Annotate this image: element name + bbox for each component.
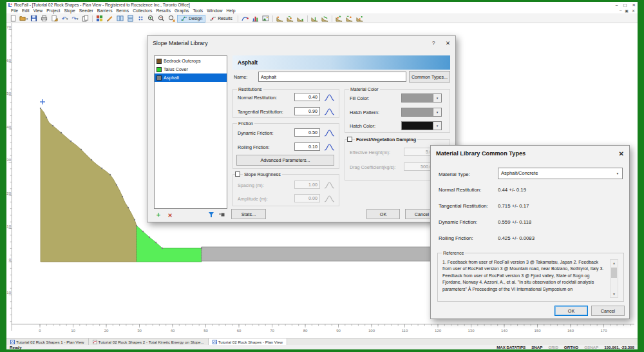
menu-help[interactable]: Help — [224, 8, 237, 13]
tab-plan-view-active[interactable]: Tutorial 02 Rock Shapes - Plan View — [209, 338, 287, 345]
normal-distribution-icon[interactable] — [324, 142, 335, 151]
arrange-icons-icon[interactable] — [136, 14, 146, 23]
dialog-title-bar[interactable]: Material Library Common Types ✕ — [431, 146, 629, 161]
rockfall-barrier-icon[interactable] — [310, 14, 319, 23]
ok-button[interactable]: OK — [366, 209, 400, 219]
rockfall-stats-icon[interactable] — [355, 14, 365, 23]
menu-project[interactable]: Project — [44, 8, 62, 13]
menu-barriers[interactable]: Barriers — [95, 8, 115, 13]
close-icon[interactable]: ✕ — [446, 40, 450, 46]
list-item-talus[interactable]: Talus Cover — [155, 65, 227, 73]
filter-icon[interactable] — [207, 211, 216, 219]
normal-distribution-icon-disabled[interactable] — [324, 181, 335, 189]
close-icon[interactable]: ✕ — [632, 3, 636, 8]
tangential-restitution-input[interactable]: 0.90 — [294, 107, 320, 115]
menu-berms[interactable]: Berms — [115, 8, 131, 13]
material-editor-icon[interactable] — [95, 14, 104, 23]
menu-view[interactable]: View — [32, 8, 45, 13]
dialog-title-bar[interactable]: Slope Material Library ? ✕ — [147, 36, 455, 50]
zoom-out-icon[interactable] — [156, 14, 166, 23]
open-file-icon[interactable]: ▾ — [19, 14, 28, 23]
material-list[interactable]: Bedrock Outcrops Talus Cover Asphalt — [154, 55, 227, 209]
close-icon[interactable]: ✕ — [619, 150, 624, 157]
edit-slope-icon[interactable] — [105, 14, 115, 23]
cancel-button[interactable]: Cancel — [591, 306, 625, 316]
hatch-pattern-dropdown[interactable]: ▾ — [401, 108, 442, 117]
copy-icon[interactable] — [80, 14, 90, 23]
rolling-friction-input[interactable]: 0.10 — [294, 142, 320, 151]
advanced-parameters-button[interactable]: Advanced Parameters... — [236, 155, 334, 166]
results-button[interactable]: Results — [206, 15, 236, 23]
slope-roughness-checkbox[interactable] — [235, 171, 240, 177]
delete-material-icon[interactable]: ✕ — [166, 211, 175, 219]
bar-chart-icon[interactable] — [251, 14, 260, 23]
osnap-toggle[interactable]: OSNAP — [584, 345, 598, 349]
menu-slope[interactable]: Slope — [62, 8, 77, 13]
new-file-icon[interactable] — [8, 14, 18, 23]
spacing-input[interactable]: 1.00 — [294, 181, 320, 189]
mdi-minimize-icon[interactable]: – — [620, 8, 621, 13]
trajectory-graph-icon[interactable] — [240, 14, 250, 23]
damping-checkbox[interactable] — [347, 137, 352, 142]
list-options-icon[interactable] — [217, 211, 226, 219]
scroll-up-icon[interactable]: ▲ — [611, 260, 618, 266]
dynamic-friction-input[interactable]: 0.50 — [294, 128, 320, 137]
normal-distribution-icon[interactable] — [324, 107, 335, 115]
normal-distribution-icon[interactable] — [324, 128, 335, 137]
minimize-icon[interactable]: – — [616, 3, 618, 8]
tile-vertical-icon[interactable] — [115, 14, 125, 23]
max-datatips-toggle[interactable]: MAX DATATIPS — [497, 345, 526, 349]
normal-restitution-input[interactable]: 0.40 — [294, 93, 320, 101]
seeder-marker[interactable] — [40, 99, 45, 104]
menu-graphs[interactable]: Graphs — [173, 8, 191, 13]
hatch-color-dropdown[interactable]: ▾ — [401, 121, 442, 130]
fill-color-dropdown[interactable]: ▾ — [401, 93, 442, 103]
list-item-asphalt[interactable]: Asphalt — [155, 73, 227, 82]
menu-collectors[interactable]: Collectors — [131, 8, 154, 13]
tab-kinetic-energy-graph[interactable]: Tutorial 02 Rock Shapes 2 - Total Kineti… — [89, 338, 209, 345]
maximize-icon[interactable]: ▢ — [623, 3, 627, 8]
tab-plan-view-1[interactable]: Tutorial 02 Rock Shapes 1 - Plan View — [6, 338, 89, 345]
redo-icon[interactable]: ↷▾ — [70, 14, 80, 23]
menu-file[interactable]: File — [9, 8, 20, 13]
save-icon[interactable] — [29, 14, 39, 23]
common-types-button[interactable]: Common Types... — [409, 71, 450, 83]
zoom-extents-icon[interactable] — [167, 14, 176, 23]
normal-distribution-icon-disabled[interactable] — [324, 194, 335, 202]
snap-toggle[interactable]: SNAP — [531, 345, 542, 349]
ok-button[interactable]: OK — [554, 306, 588, 316]
rockfall-seed-line-icon[interactable] — [345, 14, 354, 23]
menu-tools[interactable]: Tools — [191, 8, 205, 13]
rockfall-path-icon[interactable] — [285, 14, 295, 23]
reference-scrollbar[interactable]: ▲ ▼ — [610, 259, 618, 298]
rockfall-run-icon[interactable] — [334, 14, 344, 23]
canvas-workspace[interactable]: 0102030405060708090100110120130140150160… — [6, 23, 638, 338]
mdi-restore-icon[interactable]: ▣ — [625, 8, 629, 13]
menu-seeder[interactable]: Seeder — [77, 8, 95, 13]
list-item-bedrock[interactable]: Bedrock Outcrops — [155, 57, 227, 65]
undo-icon[interactable]: ↶▾ — [60, 14, 70, 23]
ortho-toggle[interactable]: ORTHO — [564, 345, 578, 349]
normal-distribution-icon[interactable] — [324, 93, 335, 101]
help-icon[interactable]: ? — [432, 40, 435, 46]
menu-window[interactable]: Window — [205, 8, 224, 13]
grid-toggle[interactable]: GRID — [548, 345, 558, 349]
rockfall-seeder-icon[interactable] — [275, 14, 285, 23]
image-capture-icon[interactable] — [261, 14, 270, 23]
material-type-dropdown[interactable]: Asphalt/Concrete ▾ — [498, 168, 623, 179]
title-bar[interactable]: RocFall - [Tutorial 02 Rock Shapes - Pla… — [6, 2, 638, 8]
name-input[interactable]: Asphalt — [258, 72, 406, 82]
menu-results[interactable]: Results — [154, 8, 173, 13]
add-material-icon[interactable]: + — [154, 211, 163, 219]
print-icon[interactable] — [39, 14, 49, 23]
rockfall-endpoints-icon[interactable] — [296, 14, 305, 23]
design-button[interactable]: Design — [177, 15, 205, 23]
stats-button[interactable]: Stats... — [231, 209, 266, 219]
page-setup-icon[interactable] — [50, 14, 59, 23]
scroll-thumb[interactable] — [611, 268, 617, 278]
mdi-close-icon[interactable]: ✕ — [632, 8, 635, 13]
scroll-down-icon[interactable]: ▼ — [611, 291, 618, 297]
rockfall-collector-icon[interactable] — [320, 14, 330, 23]
amplitude-input[interactable]: 0.00 — [294, 194, 320, 202]
tile-horizontal-icon[interactable] — [126, 14, 135, 23]
